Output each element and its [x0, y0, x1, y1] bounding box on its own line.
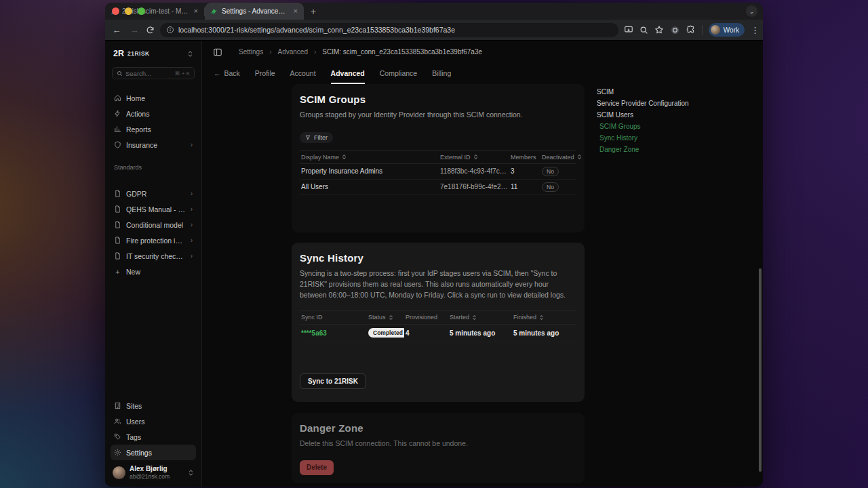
- sidebar-item-conditional-model[interactable]: Conditional model ›: [111, 217, 196, 232]
- sidebar-item-tags[interactable]: Tags: [111, 429, 196, 445]
- toc-item-service-provider-configuration[interactable]: Service Provider Configuration: [597, 100, 689, 107]
- forward-button[interactable]: →: [128, 25, 140, 35]
- browser-tabstrip: 21risk-scim-test - Microsoft × Settings …: [105, 3, 763, 20]
- sync-run-row[interactable]: ****5a63 Completed 4 5 minutes ago 5 min…: [300, 325, 576, 342]
- sync-history-description: Syncing is a two-step process: first you…: [300, 268, 576, 301]
- table-row[interactable]: All Users 7e18176f-b99c-4fe2-88c5... 11 …: [300, 180, 576, 195]
- tab-label: Account: [290, 69, 316, 77]
- browser-tab-active[interactable]: Settings - Advanced - SCIM ×: [205, 3, 304, 20]
- close-window-button[interactable]: [112, 7, 119, 15]
- 21risk-favicon: [210, 7, 218, 15]
- tab-title: Settings - Advanced - SCIM: [222, 7, 289, 15]
- address-bar[interactable]: localhost:3000/21-risk/settings/advanced…: [160, 23, 618, 37]
- search-lens-icon[interactable]: [639, 26, 648, 35]
- toggle-sidebar-icon[interactable]: [213, 47, 222, 57]
- sidebar-footer: Sites Users Tags Settings Alex: [111, 398, 196, 483]
- sync-started: 5 minutes ago: [448, 329, 512, 337]
- column-header[interactable]: Status: [367, 314, 404, 321]
- chevron-right-icon: ›: [191, 141, 193, 148]
- column-header[interactable]: Finished: [512, 314, 576, 321]
- danger-zone-title: Danger Zone: [300, 422, 576, 434]
- breadcrumb-item[interactable]: Settings: [239, 48, 263, 56]
- tab-back[interactable]: ←Back: [214, 63, 240, 84]
- sidebar-item-sites[interactable]: Sites: [111, 398, 196, 413]
- file-icon: [114, 237, 121, 244]
- sync-to-21risk-button[interactable]: Sync to 21RISK: [300, 373, 366, 389]
- org-switcher[interactable]: 2R 21RISK: [111, 47, 196, 58]
- tab-advanced[interactable]: Advanced: [331, 63, 365, 84]
- site-info-icon[interactable]: [166, 26, 174, 34]
- table-row[interactable]: Property Insurance Admins 1188f3bc-4c93-…: [300, 164, 576, 180]
- sidebar-item-actions[interactable]: Actions: [111, 106, 196, 121]
- toc-item-sync-history[interactable]: Sync History: [597, 134, 689, 142]
- sync-status-cell: Completed: [367, 328, 404, 338]
- new-tab-button[interactable]: +: [304, 6, 323, 17]
- bookmark-star-icon[interactable]: [654, 25, 664, 35]
- tab-compliance[interactable]: Compliance: [380, 63, 417, 84]
- back-button[interactable]: ←: [111, 25, 123, 35]
- actions-icon: [114, 110, 121, 117]
- tab-label: Billing: [432, 69, 451, 77]
- delete-button[interactable]: Delete: [300, 460, 334, 475]
- user-menu-chevrons-icon: [188, 469, 194, 476]
- org-switcher-chevrons-icon: [187, 50, 193, 58]
- breadcrumb-item[interactable]: Advanced: [277, 48, 307, 56]
- settings-tabs: ←Back Profile Account Advanced Complianc…: [202, 63, 763, 84]
- sidebar-item-gdpr[interactable]: GDPR ›: [111, 186, 196, 201]
- filter-label: Filter: [314, 134, 328, 141]
- sidebar-item-qehs[interactable]: QEHS Manual - Health & ... ›: [111, 201, 196, 217]
- sidebar-item-settings[interactable]: Settings: [111, 445, 196, 460]
- sort-icon: [389, 314, 393, 321]
- tab-close-icon[interactable]: ×: [293, 7, 298, 15]
- sidebar-item-reports[interactable]: Reports: [111, 121, 196, 137]
- search-shortcut: ⌘ + K: [175, 70, 190, 77]
- toc-item-scim[interactable]: SCIM: [597, 88, 689, 96]
- sites-building-icon: [114, 402, 121, 409]
- toc-item-danger-zone[interactable]: Danger Zone: [597, 146, 689, 153]
- sidebar-item-it-security[interactable]: IT security checklist ›: [111, 248, 196, 264]
- gear-icon: [114, 449, 121, 456]
- danger-zone-description: Delete this SCIM connection. This cannot…: [300, 439, 576, 449]
- column-header[interactable]: External ID: [439, 154, 509, 161]
- filter-button[interactable]: Filter: [300, 132, 333, 143]
- sort-icon: [577, 154, 582, 160]
- column-header[interactable]: Started: [448, 314, 512, 321]
- profile-chip[interactable]: Work: [709, 23, 745, 37]
- sync-history-title: Sync History: [300, 252, 576, 264]
- fullscreen-window-button[interactable]: [138, 7, 145, 15]
- home-icon: [114, 94, 121, 102]
- breadcrumb-separator: ›: [269, 48, 271, 56]
- tab-profile[interactable]: Profile: [255, 63, 275, 84]
- sort-icon: [539, 314, 544, 321]
- minimize-window-button[interactable]: [125, 7, 132, 15]
- breadcrumb: Settings › Advanced › SCIM: scim_conn_e2…: [202, 41, 763, 63]
- column-label: Started: [450, 314, 469, 321]
- sidebar-item-insurance[interactable]: Insurance ›: [111, 137, 196, 152]
- user-menu[interactable]: Alex Bjørlig ab@21risk.com: [111, 460, 196, 483]
- extension-pinned-icon[interactable]: [670, 25, 680, 35]
- tab-billing[interactable]: Billing: [432, 63, 451, 84]
- search-input[interactable]: Search... ⌘ + K: [112, 67, 195, 79]
- toc-item-scim-groups[interactable]: SCIM Groups: [597, 123, 689, 130]
- browser-menu-kebab-icon[interactable]: ⋮: [751, 25, 757, 35]
- extensions-puzzle-icon[interactable]: [686, 25, 696, 35]
- reload-button[interactable]: [146, 26, 155, 35]
- sidebar-item-home[interactable]: Home: [111, 90, 196, 106]
- sidebar-item-users[interactable]: Users: [111, 413, 196, 429]
- toc-item-scim-users[interactable]: SCIM Users: [597, 111, 689, 119]
- column-header[interactable]: Deactivated: [540, 154, 583, 161]
- install-app-icon[interactable]: [624, 25, 633, 35]
- tab-account[interactable]: Account: [290, 63, 316, 84]
- column-header[interactable]: Members: [509, 154, 540, 161]
- group-members-count: 11: [509, 183, 540, 190]
- column-header[interactable]: Display Name: [300, 154, 439, 161]
- group-external-id: 7e18176f-b99c-4fe2-88c5...: [439, 183, 509, 190]
- sync-id[interactable]: ****5a63: [300, 329, 367, 337]
- tab-close-icon[interactable]: ×: [193, 7, 199, 15]
- sidebar-item-fire-protection[interactable]: Fire protection impairmen... ›: [111, 232, 196, 248]
- sidebar-item-new-standard[interactable]: + New: [111, 264, 196, 279]
- tab-label: Profile: [255, 69, 275, 77]
- tab-search-chevron-icon[interactable]: ⌄: [746, 5, 757, 17]
- scrollbar-thumb[interactable]: [759, 268, 762, 472]
- chevron-right-icon: ›: [191, 190, 193, 197]
